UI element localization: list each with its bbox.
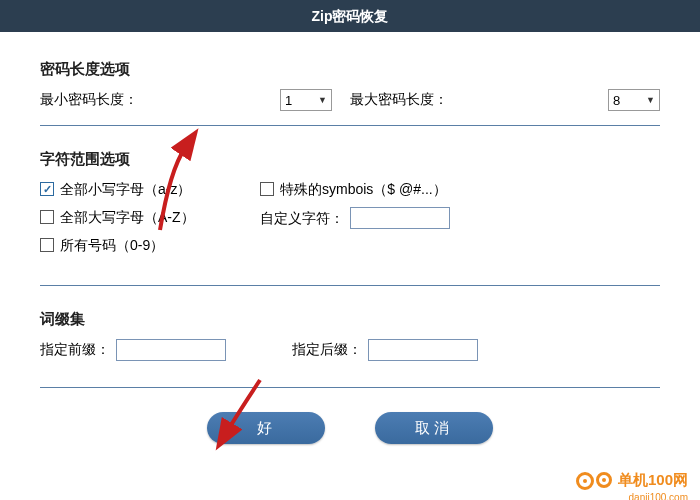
digits-checkbox[interactable] — [40, 238, 54, 252]
affix-section-title: 词缀集 — [40, 310, 660, 329]
symbols-row: 特殊的symbois（$ @#...） — [260, 179, 540, 199]
cancel-button[interactable]: 取消 — [375, 412, 493, 444]
titlebar: Zip密码恢复 — [0, 0, 700, 32]
length-section-title: 密码长度选项 — [40, 60, 660, 79]
charset-section-title: 字符范围选项 — [40, 150, 660, 169]
uppercase-checkbox[interactable] — [40, 210, 54, 224]
divider — [40, 285, 660, 286]
chevron-down-icon: ▼ — [646, 95, 655, 105]
charset-right-col: 特殊的symbois（$ @#...） 自定义字符： — [260, 179, 540, 263]
prefix-group: 指定前缀： — [40, 339, 226, 361]
suffix-group: 指定后缀： — [292, 339, 478, 361]
affix-row: 指定前缀： 指定后缀： — [40, 339, 660, 361]
symbols-checkbox[interactable] — [260, 182, 274, 196]
max-length-select[interactable]: 8 ▼ — [608, 89, 660, 111]
chevron-down-icon: ▼ — [318, 95, 327, 105]
custom-chars-label: 自定义字符： — [260, 208, 344, 228]
max-length-label: 最大密码长度： — [350, 91, 448, 109]
lowercase-label: 全部小写字母（a-z） — [60, 179, 191, 199]
max-length-value: 8 — [613, 93, 620, 108]
min-length-label: 最小密码长度： — [40, 91, 150, 109]
logo-text: 单机100网 — [618, 471, 688, 490]
logo-icon — [576, 472, 612, 490]
lowercase-checkbox[interactable] — [40, 182, 54, 196]
custom-chars-input[interactable] — [350, 207, 450, 229]
prefix-input[interactable] — [116, 339, 226, 361]
uppercase-label: 全部大写字母（A-Z） — [60, 207, 195, 227]
charset-left-col: 全部小写字母（a-z） 全部大写字母（A-Z） 所有号码（0-9） — [40, 179, 260, 263]
suffix-input[interactable] — [368, 339, 478, 361]
charset-columns: 全部小写字母（a-z） 全部大写字母（A-Z） 所有号码（0-9） 特殊的sym… — [40, 179, 660, 263]
min-length-select[interactable]: 1 ▼ — [280, 89, 332, 111]
ok-button[interactable]: 好 — [207, 412, 325, 444]
footer-logo: 单机100网 — [576, 471, 688, 490]
digits-row: 所有号码（0-9） — [40, 235, 260, 255]
symbols-label: 特殊的symbois（$ @#...） — [280, 179, 447, 199]
button-row: 好 取消 — [40, 412, 660, 444]
custom-row: 自定义字符： — [260, 207, 540, 229]
prefix-label: 指定前缀： — [40, 341, 110, 359]
dialog-body: 密码长度选项 最小密码长度： 1 ▼ 最大密码长度： 8 ▼ 字符范围选项 全部… — [0, 32, 700, 444]
uppercase-row: 全部大写字母（A-Z） — [40, 207, 260, 227]
divider — [40, 125, 660, 126]
lowercase-row: 全部小写字母（a-z） — [40, 179, 260, 199]
min-length-value: 1 — [285, 93, 292, 108]
divider — [40, 387, 660, 388]
logo-url: danji100.com — [629, 492, 688, 500]
suffix-label: 指定后缀： — [292, 341, 362, 359]
digits-label: 所有号码（0-9） — [60, 235, 164, 255]
window-title: Zip密码恢复 — [312, 8, 389, 24]
length-row: 最小密码长度： 1 ▼ 最大密码长度： 8 ▼ — [40, 89, 660, 111]
